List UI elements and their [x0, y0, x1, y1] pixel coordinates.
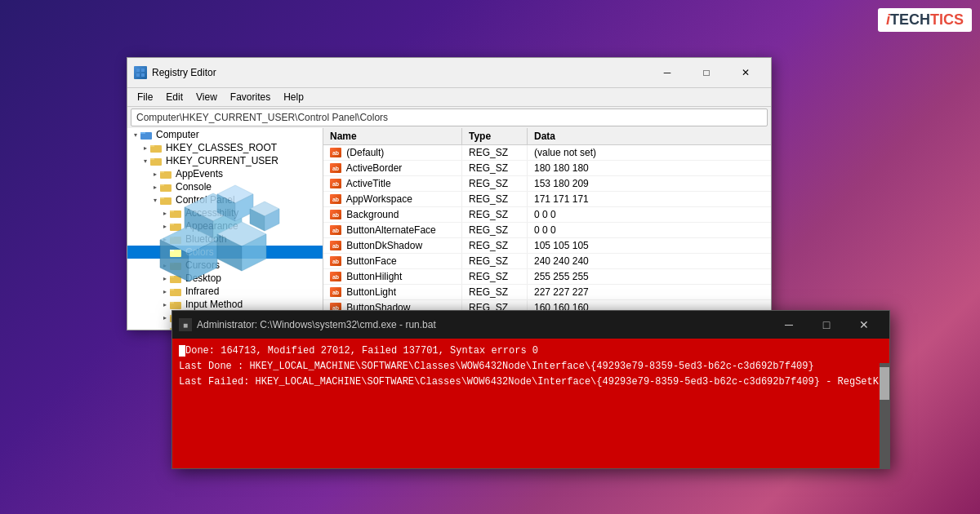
header-type: Type [462, 128, 528, 144]
tree-item-inputmethod[interactable]: Input Method [127, 298, 323, 311]
tree-panel[interactable]: Computer HKEY_CLASSES_ROOT HKEY_CURRENT_… [127, 128, 323, 330]
expand-arrow-desktop [160, 275, 170, 282]
row-type-activeborder: REG_SZ [462, 161, 528, 175]
reg-val-icon: ab [330, 194, 341, 204]
cmd-icon: ■ [179, 318, 192, 331]
svg-rect-0 [136, 69, 140, 72]
table-row[interactable]: ab ActiveTitle REG_SZ 153 180 209 [323, 176, 771, 192]
close-button[interactable]: ✕ [727, 63, 764, 82]
tree-label-colors: Colors [185, 246, 214, 258]
expand-arrow-appearance [160, 223, 170, 230]
cmd-minimize-button[interactable]: ─ [770, 315, 808, 335]
header-name: Name [323, 128, 462, 144]
svg-rect-28 [160, 184, 164, 186]
row-name-buttonaltface: ab ButtonAlternateFace [323, 223, 462, 237]
registry-titlebar: Registry Editor ─ □ ✕ [127, 58, 771, 88]
table-row[interactable]: ab ActiveBorder REG_SZ 180 180 180 [323, 161, 771, 176]
tree-item-appearance[interactable]: Appearance [127, 219, 323, 233]
row-name-activeborder: ab ActiveBorder [323, 161, 462, 175]
tree-label-console: Console [176, 181, 212, 193]
tree-item-colors[interactable]: Colors [127, 246, 323, 259]
row-name-background: ab Background [323, 207, 462, 222]
table-row[interactable]: ab ButtonLight REG_SZ 227 227 227 [323, 285, 771, 300]
tree-label-cursors: Cursors [185, 259, 220, 271]
data-panel[interactable]: Name Type Data ab (Default) REG_SZ (valu… [323, 128, 771, 330]
tree-item-accessibility[interactable]: Accessibility [127, 206, 323, 219]
menu-favorites[interactable]: Favorites [224, 90, 277, 104]
row-data-activetitle: 153 180 209 [528, 176, 771, 191]
expand-arrow-keyboard [160, 327, 170, 330]
tree-item-infrared[interactable]: Infrared [127, 285, 323, 298]
folder-accessibility [170, 207, 183, 219]
folder-controlpanel [160, 194, 173, 206]
table-row[interactable]: ab (Default) REG_SZ (value not set) [323, 145, 771, 161]
folder-appevents [160, 168, 173, 179]
logo: iTECHTICS [878, 8, 972, 32]
cmd-text-3: Last Failed: HKEY_LOCAL_MACHINE\SOFTWARE… [179, 376, 879, 388]
reg-val-icon: ab [330, 287, 341, 297]
row-name-buttonhilight: ab ButtonHilight [323, 269, 462, 284]
expand-arrow-hkcr [140, 144, 150, 152]
tree-item-computer[interactable]: Computer [127, 128, 323, 141]
reg-val-icon: ab [330, 272, 341, 281]
folder-bluetooth [170, 233, 183, 245]
svg-rect-26 [160, 171, 164, 173]
reg-val-icon: ab [330, 179, 341, 188]
cmd-scrollbar[interactable] [880, 363, 889, 468]
row-type-default: REG_SZ [462, 145, 528, 160]
expand-arrow-controlpanel [150, 197, 160, 204]
table-row[interactable]: ab ButtonFace REG_SZ 240 240 240 [323, 254, 771, 269]
row-data-activeborder: 180 180 180 [528, 161, 771, 175]
maximize-button[interactable]: □ [688, 63, 725, 82]
tree-label-desktop: Desktop [185, 273, 221, 284]
menu-view[interactable]: View [189, 90, 224, 104]
tree-item-desktop[interactable]: Desktop [127, 272, 323, 285]
cmd-maximize-button[interactable]: □ [808, 315, 845, 335]
row-data-buttonface: 240 240 240 [528, 254, 771, 268]
registry-title: Registry Editor [152, 67, 216, 78]
row-data-default: (value not set) [528, 145, 771, 160]
svg-rect-1 [141, 69, 145, 72]
row-data-background: 0 0 0 [528, 207, 771, 222]
row-name-appworkspace: ab AppWorkspace [323, 192, 462, 206]
folder-colors [170, 246, 183, 258]
table-row[interactable]: ab AppWorkspace REG_SZ 171 171 171 [323, 192, 771, 207]
tree-item-hkcu[interactable]: HKEY_CURRENT_USER [127, 154, 323, 167]
row-type-buttonaltface: REG_SZ [462, 223, 528, 237]
tree-item-cursors[interactable]: Cursors [127, 259, 323, 272]
address-bar[interactable]: Computer\HKEY_CURRENT_USER\Control Panel… [131, 109, 768, 126]
row-data-buttonlight: 227 227 227 [528, 285, 771, 299]
cmd-line-3: Last Failed: HKEY_LOCAL_MACHINE\SOFTWARE… [179, 374, 883, 390]
table-row[interactable]: ab ButtonHilight REG_SZ 255 255 255 [323, 269, 771, 285]
menu-help[interactable]: Help [277, 90, 310, 104]
tree-item-hkcr[interactable]: HKEY_CLASSES_ROOT [127, 141, 323, 154]
row-type-buttonlight: REG_SZ [462, 285, 528, 299]
tree-item-bluetooth[interactable]: Bluetooth [127, 233, 323, 246]
row-name-buttonlight: ab ButtonLight [323, 285, 462, 299]
row-data-buttondkshadow: 105 105 105 [528, 238, 771, 253]
folder-desktop [170, 273, 183, 284]
tree-item-appevents[interactable]: AppEvents [127, 167, 323, 180]
folder-console [160, 181, 173, 193]
table-row[interactable]: ab ButtonDkShadow REG_SZ 105 105 105 [323, 238, 771, 254]
reg-val-icon: ab [330, 225, 341, 235]
tree-item-controlpanel[interactable]: Control Panel [127, 193, 323, 206]
expand-arrow-appevents [150, 171, 160, 178]
expand-arrow-accessibility [160, 210, 170, 217]
menu-edit[interactable]: Edit [159, 90, 189, 104]
row-type-buttonface: REG_SZ [462, 254, 528, 268]
tree-item-console[interactable]: Console [127, 180, 323, 193]
minimize-button[interactable]: ─ [648, 63, 686, 82]
reg-val-icon: ab [330, 256, 341, 266]
cmd-close-button[interactable]: ✕ [845, 315, 883, 335]
svg-rect-20 [140, 132, 145, 134]
cmd-titlebar: ■ Administrator: C:\Windows\system32\cmd… [172, 311, 889, 339]
reg-val-icon: ab [330, 148, 341, 157]
table-row[interactable]: ab Background REG_SZ 0 0 0 [323, 207, 771, 223]
cmd-titlebar-left: ■ Administrator: C:\Windows\system32\cmd… [179, 318, 436, 331]
cmd-text-1: Done: 164713, Modified 27012, Failed 137… [185, 345, 538, 357]
svg-rect-2 [136, 73, 140, 77]
cmd-text-2: Last Done : HKEY_LOCAL_MACHINE\SOFTWARE\… [179, 361, 814, 372]
menu-file[interactable]: File [131, 90, 159, 104]
table-row[interactable]: ab ButtonAlternateFace REG_SZ 0 0 0 [323, 223, 771, 238]
